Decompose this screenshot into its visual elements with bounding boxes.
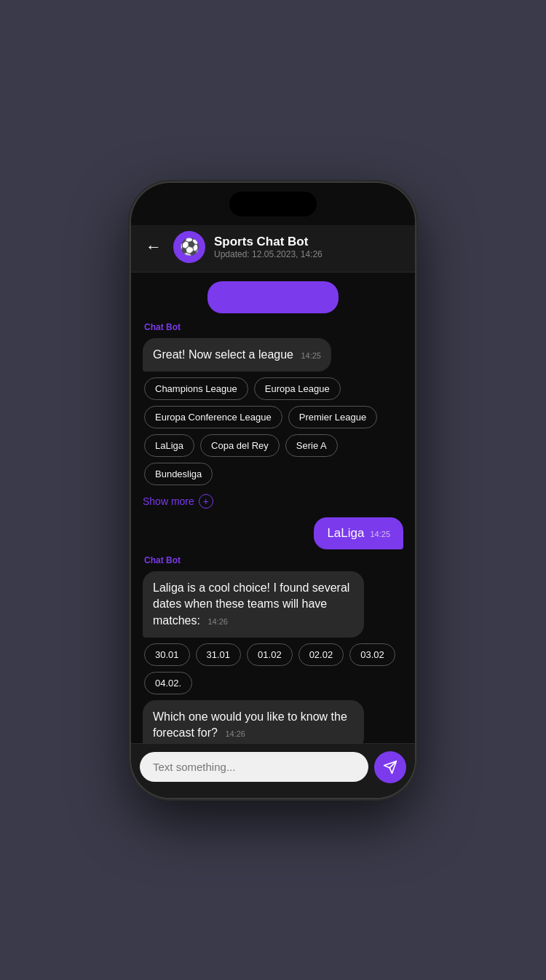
bot-bubble-time-3: 14:26 (225, 729, 245, 738)
input-area (131, 743, 415, 798)
date-chips: 30.01 31.01 01.02 02.02 03.02 04.02. (143, 643, 403, 694)
show-more-button[interactable]: Show more + (143, 491, 213, 511)
bot-label-1: Chat Bot (144, 322, 403, 332)
league-chips: Champions League Europa League Europa Co… (143, 377, 403, 485)
chip-date-0202[interactable]: 02.02 (298, 643, 344, 666)
back-button[interactable]: ← (143, 235, 165, 259)
chip-europa-conference[interactable]: Europa Conference League (144, 406, 282, 428)
chip-date-0402[interactable]: 04.02. (144, 672, 192, 694)
chip-date-0102[interactable]: 01.02 (247, 643, 293, 666)
user-bubble-text-laliga: LaLiga (327, 526, 364, 541)
bot-message-group-1: Chat Bot Great! Now select a league 14:2… (143, 322, 403, 372)
send-icon (383, 760, 397, 775)
phone-frame: ← ⚽ Sports Chat Bot Updated: 12.05.2023,… (131, 183, 415, 798)
bot-bubble-time-2: 14:26 (207, 617, 228, 626)
chip-laliga[interactable]: LaLiga (144, 434, 194, 457)
bot-bubble-time-1: 14:25 (301, 351, 321, 360)
show-more-icon: + (199, 494, 213, 509)
chip-date-3001[interactable]: 30.01 (144, 643, 190, 666)
chip-bundesliga[interactable]: Bundesliga (144, 463, 213, 485)
partial-cta-button[interactable] (207, 281, 339, 313)
dynamic-island (229, 192, 317, 216)
bot-bubble-text-2: Laliga is a cool choice! I found several… (153, 581, 349, 627)
bot-label-2: Chat Bot (144, 555, 403, 565)
bot-bubble-2: Laliga is a cool choice! I found several… (143, 571, 364, 638)
bot-message-group-2: Chat Bot Laliga is a cool choice! I foun… (143, 555, 403, 638)
message-input[interactable] (140, 752, 368, 782)
avatar: ⚽ (173, 231, 205, 263)
show-more-label: Show more (143, 495, 194, 507)
chat-header: ← ⚽ Sports Chat Bot Updated: 12.05.2023,… (131, 225, 415, 273)
header-info: Sports Chat Bot Updated: 12.05.2023, 14:… (214, 235, 403, 259)
chip-serie-a[interactable]: Serie A (285, 434, 338, 457)
bot-bubble-1: Great! Now select a league 14:25 (143, 338, 331, 372)
send-button[interactable] (374, 751, 406, 783)
bot-bubble-text-3: Which one would you like to know the for… (153, 710, 347, 739)
chat-area: Chat Bot Great! Now select a league 14:2… (131, 273, 415, 743)
chip-europa-league[interactable]: Europa League (254, 377, 341, 400)
chip-champions-league[interactable]: Champions League (144, 377, 248, 400)
user-bubble-laliga: LaLiga 14:25 (314, 517, 403, 549)
chat-title: Sports Chat Bot (214, 235, 403, 249)
user-bubble-time-laliga: 14:25 (370, 530, 390, 538)
chat-subtitle: Updated: 12.05.2023, 14:26 (214, 249, 403, 259)
phone-screen: ← ⚽ Sports Chat Bot Updated: 12.05.2023,… (131, 183, 415, 798)
bot-message-group-3: Which one would you like to know the for… (143, 700, 403, 742)
chip-premier-league[interactable]: Premier League (288, 406, 378, 428)
bot-bubble-3: Which one would you like to know the for… (143, 700, 364, 742)
chip-copa-del-rey[interactable]: Copa del Rey (200, 434, 280, 457)
chip-date-0302[interactable]: 03.02 (349, 643, 395, 666)
chip-date-3101[interactable]: 31.01 (196, 643, 242, 666)
bot-bubble-text-1: Great! Now select a league (153, 348, 293, 361)
